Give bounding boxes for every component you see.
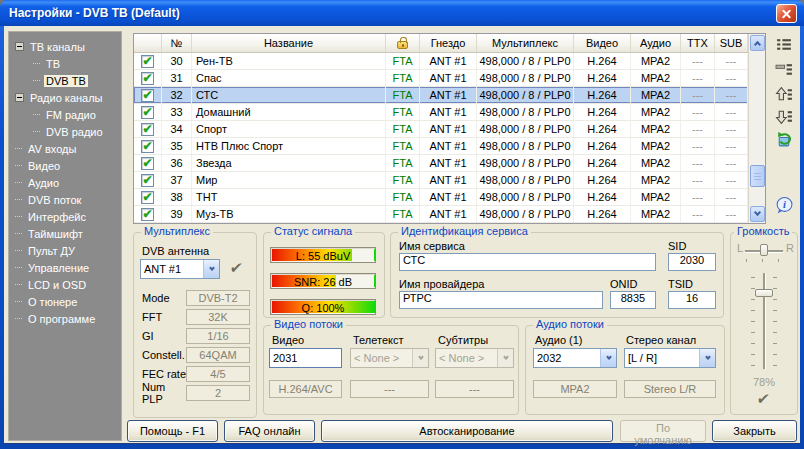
column-header-video[interactable]: Видео [574,34,631,52]
volume-slider-track[interactable] [763,273,765,369]
channel-row-32[interactable]: ✔32СТСFTAANT #1498,000 / 8 / PLP0H.264MP… [134,87,748,104]
column-header-multiplex[interactable]: Мультиплекс [477,34,574,52]
autoscan-button[interactable]: Автосканирование [321,420,613,442]
tree-collapse-icon[interactable] [15,42,24,51]
cell-check[interactable]: ✔ [134,206,162,222]
sidebar-item-fm-radio[interactable]: FM радио [9,106,121,123]
scroll-down-button[interactable] [750,206,765,222]
cell-check[interactable]: ✔ [134,104,162,120]
channel-info-icon[interactable]: i [775,196,793,214]
channel-checkbox[interactable]: ✔ [141,208,154,221]
channel-row-33[interactable]: ✔33ДомашнийFTAANT #1498,000 / 8 / PLP0H.… [134,104,748,121]
close-icon[interactable] [776,4,797,23]
cell-fta: FTA [386,87,420,103]
sidebar-item-control[interactable]: Управление [9,259,121,276]
sidebar-item-dvb-stream[interactable]: DVB поток [9,191,121,208]
cell-check[interactable]: ✔ [134,53,162,69]
sidebar-item-about-tuner[interactable]: О тюнере [9,293,121,310]
channel-checkbox[interactable]: ✔ [141,123,154,136]
sidebar-item-tv[interactable]: ТВ [9,55,121,72]
sidebar-item-radio-channels[interactable]: Радио каналы [9,89,121,106]
tree-collapse-icon[interactable] [15,93,24,102]
cell-ttx: --- [681,104,715,120]
channel-checkbox[interactable]: ✔ [141,157,154,170]
antenna-select[interactable]: ANT #1 [140,259,220,279]
tsid-field[interactable]: 16 [668,291,716,309]
title-bar[interactable]: Настройки - DVB ТВ (Default) [0,0,804,26]
sidebar-item-lcd-osd[interactable]: LCD и OSD [9,276,121,293]
sidebar-item-label: FM радио [44,109,98,121]
sidebar-item-video[interactable]: Видео [9,157,121,174]
sidebar-item-tv-channels[interactable]: ТВ каналы [9,38,121,55]
close-button[interactable]: Закрыть [712,420,797,442]
cell-check[interactable]: ✔ [134,155,162,171]
channel-row-39[interactable]: ✔39Муз-ТВFTAANT #1498,000 / 8 / PLP0H.26… [134,206,748,223]
column-header-sub[interactable]: SUB [715,34,748,52]
channel-row-36[interactable]: ✔36ЗвездаFTAANT #1498,000 / 8 / PLP0H.26… [134,155,748,172]
sidebar-item-dvb-radio[interactable]: DVB радио [9,123,121,140]
cell-check[interactable]: ✔ [134,172,162,188]
scroll-up-button[interactable] [750,35,765,51]
channel-row-38[interactable]: ✔38ТНТFTAANT #1498,000 / 8 / PLP0H.264MP… [134,189,748,206]
channel-row-31[interactable]: ✔31СпасFTAANT #1498,000 / 8 / PLP0H.264M… [134,70,748,87]
balance-slider-thumb[interactable] [760,244,768,256]
move-channel-up-icon[interactable] [775,85,793,103]
chevron-down-icon[interactable] [203,260,219,278]
volume-slider-thumb[interactable] [755,289,773,297]
column-header-num[interactable]: № [162,34,192,52]
cell-check[interactable]: ✔ [134,70,162,86]
channel-checkbox[interactable]: ✔ [141,174,154,187]
cell-video: H.264 [574,206,631,222]
column-header-ttx[interactable]: TTX [681,34,715,52]
sidebar-item-timeshift[interactable]: Таймшифт [9,225,121,242]
cell-ttx: --- [681,70,715,86]
audio-streams-panel: Аудио потоки Аудио (1) Стерео канал 2032… [525,325,725,415]
channel-checkbox[interactable]: ✔ [141,140,154,153]
channel-checkbox[interactable]: ✔ [141,55,154,68]
column-header-name[interactable]: Название [192,34,386,52]
faq-button[interactable]: FAQ онлайн [224,420,315,442]
video-pid-input[interactable] [269,348,342,368]
column-header-socket[interactable]: Гнездо [420,34,477,52]
channel-row-35[interactable]: ✔35НТВ Плюс СпортFTAANT #1498,000 / 8 / … [134,138,748,155]
chevron-down-icon [497,349,513,367]
table-scrollbar[interactable] [748,34,765,223]
sid-field[interactable]: 2030 [668,253,716,271]
sidebar-item-av-inputs[interactable]: AV входы [9,140,121,157]
sidebar-item-interface[interactable]: Интерфейс [9,208,121,225]
cell-check[interactable]: ✔ [134,121,162,137]
move-channel-down-icon[interactable] [775,108,793,126]
chevron-down-icon[interactable] [699,349,715,367]
onid-field[interactable]: 8835 [610,291,656,309]
column-header-check[interactable] [134,34,162,52]
column-header-audio[interactable]: Аудио [631,34,681,52]
channel-checkbox[interactable]: ✔ [141,72,154,85]
remove-channel-icon[interactable] [775,61,793,79]
sidebar-item-dvb-tv[interactable]: DVB ТВ [9,72,121,89]
cell-video: H.264 [574,189,631,205]
chevron-down-icon[interactable] [600,349,616,367]
channel-checkbox[interactable]: ✔ [141,191,154,204]
sidebar-item-remote-control[interactable]: Пульт ДУ [9,242,121,259]
cell-check[interactable]: ✔ [134,189,162,205]
column-header-fta[interactable] [386,34,420,52]
cell-check[interactable]: ✔ [134,138,162,154]
help-button[interactable]: Помощь - F1 [127,420,218,442]
channel-checkbox[interactable]: ✔ [141,106,154,119]
stereo-channel-select[interactable]: [L / R] [624,348,716,368]
channel-row-34[interactable]: ✔34СпортFTAANT #1498,000 / 8 / PLP0H.264… [134,121,748,138]
cell-check[interactable]: ✔ [134,87,162,103]
channel-checkbox[interactable]: ✔ [141,89,154,102]
service-name-field[interactable]: СТС [399,253,656,271]
sidebar-item-about-program[interactable]: О программе [9,310,121,327]
channel-table[interactable]: №НазваниеГнездоМультиплексВидеоАудиоTTXS… [133,33,766,224]
scrollbar-thumb[interactable] [750,165,765,187]
provider-field[interactable]: РТРС [399,291,603,309]
sidebar-item-audio[interactable]: Аудио [9,174,121,191]
sort-channels-icon[interactable] [775,130,793,148]
channel-row-37[interactable]: ✔37МирFTAANT #1498,000 / 8 / PLP0H.264MP… [134,172,748,189]
audio-pid-select[interactable]: 2032 [533,348,617,368]
channel-list-icon[interactable] [775,36,793,54]
table-header: №НазваниеГнездоМультиплексВидеоАудиоTTXS… [134,34,748,53]
channel-row-30[interactable]: ✔30Рен-ТВFTAANT #1498,000 / 8 / PLP0H.26… [134,53,748,70]
